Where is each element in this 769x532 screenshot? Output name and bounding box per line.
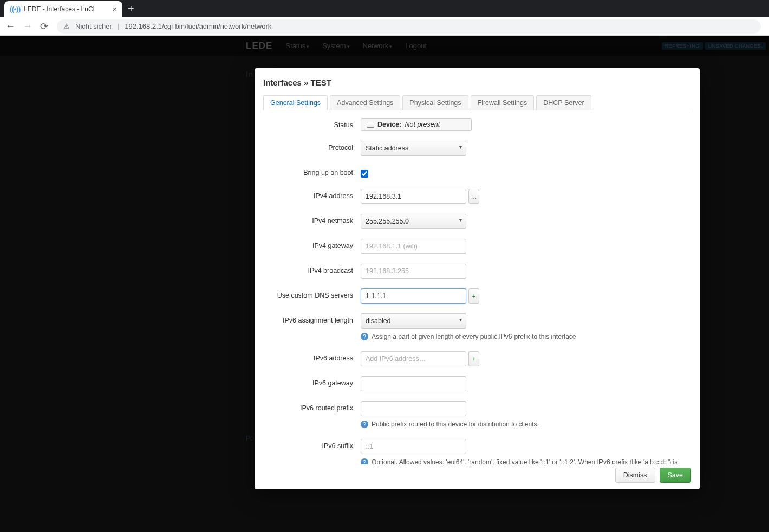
ipv4-netmask-select[interactable]: 255.255.255.0 [361,214,466,229]
ipv6-length-select[interactable]: disabled [361,313,466,329]
reload-icon[interactable]: ⟳ [40,21,48,32]
modal-title: Interfaces » TEST [263,78,691,87]
ipv6-address-label: IPv6 address [263,351,361,362]
tab-firewall-settings[interactable]: Firewall Settings [471,95,535,110]
dns-add-button[interactable]: + [468,288,479,304]
signal-icon: ((•)) [10,5,21,13]
ipv6-address-input[interactable] [361,351,466,366]
tab-physical-settings[interactable]: Physical Settings [402,95,468,110]
close-icon[interactable]: × [113,5,117,14]
security-label: Nicht sicher [75,22,112,30]
tab-general-settings[interactable]: General Settings [263,95,328,110]
tab-title: LEDE - Interfaces - LuCI [24,5,109,13]
ipv6-prefix-hint: ? Public prefix routed to this device fo… [361,419,691,429]
save-button[interactable]: Save [660,468,692,483]
dismiss-button[interactable]: Dismiss [615,468,655,483]
bringup-label: Bring up on boot [263,166,361,176]
interface-icon [367,122,374,128]
tab-dhcp-server[interactable]: DHCP Server [536,95,591,110]
browser-tab-strip: ((•)) LEDE - Interfaces - LuCI × + [0,0,769,17]
ipv4-address-label: IPv4 address [263,189,361,200]
ipv6-length-label: IPv6 assignment length [263,313,361,324]
help-icon: ? [361,421,368,428]
ipv6-address-add-button[interactable]: + [468,351,479,366]
tab-advanced-settings[interactable]: Advanced Settings [330,95,400,110]
ipv4-gateway-label: IPv4 gateway [263,239,361,249]
interface-modal: Interfaces » TEST General Settings Advan… [255,68,700,489]
ipv4-netmask-label: IPv4 netmask [263,214,361,225]
bringup-checkbox[interactable] [361,170,368,178]
address-bar: ← → ⟳ ⚠ Nicht sicher | 192.168.2.1/cgi-b… [0,17,769,36]
protocol-select[interactable]: Static address [361,141,466,156]
protocol-label: Protocol [263,141,361,152]
ipv6-prefix-label: IPv6 routed prefix [263,401,361,412]
url-text: 192.168.2.1/cgi-bin/luci/admin/network/n… [125,22,271,30]
ipv4-address-more-button[interactable]: … [468,189,479,204]
help-icon: ? [361,458,368,464]
ipv4-gateway-input[interactable] [361,239,466,254]
dns-input[interactable] [361,288,466,304]
warning-icon: ⚠ [63,22,70,30]
ipv6-suffix-label: IPv6 suffix [263,439,361,450]
help-icon: ? [361,333,368,340]
modal-tabs: General Settings Advanced Settings Physi… [263,95,691,110]
forward-icon: → [23,21,32,32]
ipv6-gateway-label: IPv6 gateway [263,376,361,387]
ipv6-length-hint: ? Assign a part of given length of every… [361,332,691,341]
back-icon[interactable]: ← [5,21,15,32]
ipv6-suffix-hint: ? Optional. Allowed values: 'eui64', 'ra… [361,457,691,464]
ipv6-gateway-input[interactable] [361,376,466,391]
ipv4-address-input[interactable] [361,189,466,204]
ipv4-broadcast-input[interactable] [361,264,466,279]
browser-tab[interactable]: ((•)) LEDE - Interfaces - LuCI × [4,1,122,17]
new-tab-button[interactable]: + [128,3,134,14]
ipv6-prefix-input[interactable] [361,401,466,416]
ipv4-broadcast-label: IPv4 broadcast [263,264,361,274]
status-label: Status [263,118,361,129]
url-field[interactable]: ⚠ Nicht sicher | 192.168.2.1/cgi-bin/luc… [57,19,761,34]
status-box: Device: Not present [361,118,472,131]
ipv6-suffix-input[interactable] [361,439,466,454]
dns-label: Use custom DNS servers [263,288,361,299]
